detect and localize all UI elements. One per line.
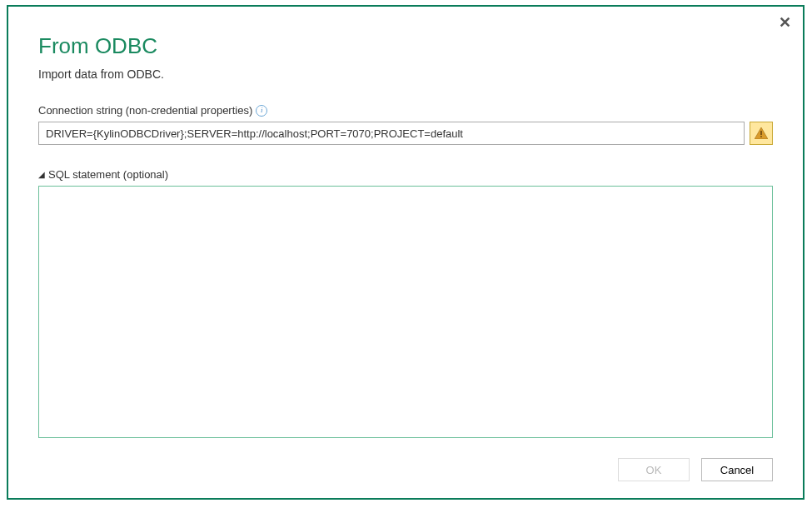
sql-statement-label-text: SQL statement (optional) [48, 168, 168, 181]
chevron-down-icon: ◢ [38, 170, 45, 179]
sql-statement-toggle[interactable]: ◢ SQL statement (optional) [38, 168, 773, 181]
sql-statement-input[interactable] [38, 186, 773, 438]
connection-string-input[interactable] [38, 122, 745, 145]
warning-icon[interactable] [750, 122, 773, 145]
dialog-button-row: OK Cancel [38, 458, 773, 481]
ok-button[interactable]: OK [618, 458, 690, 481]
dialog-title: From ODBC [38, 33, 773, 59]
svg-rect-1 [760, 131, 761, 135]
connection-string-row [38, 122, 773, 145]
svg-rect-2 [760, 136, 761, 137]
dialog-subtitle: Import data from ODBC. [38, 67, 773, 81]
close-button[interactable]: ✕ [779, 15, 791, 30]
connection-string-label: Connection string (non-credential proper… [38, 104, 773, 117]
connection-string-label-text: Connection string (non-credential proper… [38, 104, 252, 117]
odbc-dialog: ✕ From ODBC Import data from ODBC. Conne… [7, 5, 805, 500]
cancel-button[interactable]: Cancel [701, 458, 773, 481]
info-icon[interactable]: i [256, 105, 267, 117]
